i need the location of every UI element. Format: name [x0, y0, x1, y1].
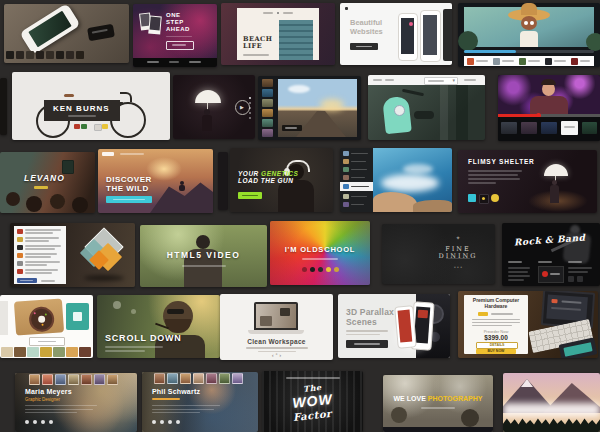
- template-thumbnail-rock-band[interactable]: Rock & Band: [502, 223, 600, 286]
- rating-badge: [478, 312, 488, 316]
- tile-title: SCROLL DOWN: [105, 333, 182, 343]
- bokeh: [113, 301, 121, 309]
- template-thumbnail-narrow-partial[interactable]: [218, 152, 228, 210]
- glass-cube-render: [76, 229, 130, 281]
- play-button: ▶: [235, 100, 250, 115]
- template-thumbnail-phil-schwartz[interactable]: Phil Schwartz: [142, 372, 258, 432]
- flag-icon: [94, 124, 102, 131]
- avatar: [68, 374, 79, 385]
- avatar: [206, 373, 217, 384]
- tile-title: BEACHLIFE: [243, 36, 272, 51]
- template-thumbnail-3d-parallax[interactable]: 3D ParallaxScenes: [338, 294, 450, 358]
- app-icon: [26, 51, 34, 59]
- social-icon: [33, 420, 37, 424]
- sunglasses: [167, 309, 184, 314]
- pink-dot: [409, 22, 413, 26]
- fog-band: [503, 403, 600, 417]
- template-thumbnail-video-channel[interactable]: [498, 75, 600, 141]
- tile-title: Beautiful Websites: [350, 19, 396, 36]
- social-icon: [152, 420, 156, 424]
- playlist-thumb: [493, 58, 500, 65]
- tile-title: FLIMSY SHELTER: [468, 158, 535, 165]
- figure-head: [196, 235, 210, 249]
- tile-title: KEN BURNS: [53, 104, 110, 113]
- hiker-silhouette-body: [179, 185, 185, 191]
- template-thumbnail-news-cube[interactable]: [10, 223, 135, 287]
- bokeh: [131, 309, 136, 314]
- man-body: [202, 115, 212, 131]
- template-thumbnail-edge-partial[interactable]: [0, 78, 7, 135]
- app-icon: [6, 51, 14, 59]
- template-thumbnail-road-carousel[interactable]: [258, 76, 361, 140]
- strip-thumb: [262, 119, 273, 127]
- tile-title: Clean Workspace: [220, 338, 333, 345]
- tablet-edge: [443, 9, 452, 61]
- template-thumbnail-html5-video[interactable]: HTML5 VIDEO: [140, 225, 267, 287]
- template-thumbnail-scooter-site[interactable]: ▾: [368, 75, 485, 140]
- template-thumbnail-fine-dining[interactable]: ✦ FINE DINING • • •: [382, 224, 495, 284]
- template-thumbnail-ken-burns[interactable]: KEN BURNS: [12, 72, 170, 140]
- template-thumbnail-flimsy-shelter[interactable]: FLIMSY SHELTER: [458, 150, 597, 213]
- playlist-thumb: [519, 58, 526, 65]
- template-thumbnail-iphone-app[interactable]: [4, 4, 129, 63]
- caption-chip: [282, 125, 302, 131]
- rocks: [413, 200, 452, 212]
- tile-title: HTML5 VIDEO: [140, 251, 267, 261]
- umbrella-canopy: [544, 164, 568, 176]
- video-mini-thumb: [538, 266, 564, 283]
- avatar: [180, 373, 191, 384]
- strip-thumb: [262, 99, 273, 107]
- template-thumbnail-im-oldschool[interactable]: I'M OLDSCHOOL: [270, 221, 370, 285]
- forest-band: [503, 417, 600, 432]
- product-title: Premium ComputerHardware: [464, 298, 528, 310]
- bicycle-seat: [64, 94, 74, 97]
- template-thumbnail-beautiful-websites[interactable]: Beautiful Websites: [340, 3, 452, 65]
- template-thumbnail-your-genetics[interactable]: YOUR GENETICS LOAD THE GUN: [230, 148, 333, 212]
- template-thumbnail-we-love-photography[interactable]: WE LOVE PHOTOGRAPHY: [383, 375, 493, 432]
- template-thumbnail-umbrella-video[interactable]: ▶: [173, 75, 255, 139]
- wall-frame: [62, 160, 74, 174]
- laptop-base: [248, 330, 304, 334]
- social-icon: [49, 420, 53, 424]
- template-thumbnail-wow-factor[interactable]: The WOW Factor: [262, 371, 363, 432]
- scooter-seat: [414, 111, 434, 119]
- cta-button-dark: [346, 340, 388, 348]
- template-gallery-grid: ONE STEP AHEAD BEACHLIFE Beautiful Websi…: [0, 0, 600, 432]
- template-thumbnail-premium-hardware[interactable]: Premium ComputerHardware Preorder Now $3…: [458, 291, 598, 358]
- app-icon: [36, 51, 44, 59]
- strip-thumb: [262, 109, 273, 117]
- news-list-panel: [14, 226, 66, 284]
- template-thumbnail-ocean-gallery[interactable]: [340, 148, 452, 212]
- template-thumbnail-scroll-down[interactable]: SCROLL DOWN: [97, 295, 220, 358]
- cartoon-character-face: [521, 16, 537, 30]
- template-thumbnail-levano[interactable]: LEVANO: [0, 152, 95, 213]
- template-thumbnail-maria-meyers[interactable]: Maria Meyers Graphic Designer: [15, 373, 137, 432]
- polaroid-photo: [148, 16, 162, 35]
- facebook-like-button: [17, 278, 37, 283]
- diner-silhouette: [6, 192, 20, 206]
- side-card: [0, 301, 8, 335]
- social-icon: [160, 420, 164, 424]
- buy-now-button: BUY NOW: [476, 349, 516, 354]
- playlist-thumb: [521, 122, 537, 134]
- template-thumbnail-discover-the-wild[interactable]: DISCOVERTHE WILD: [98, 149, 213, 213]
- donut: [28, 306, 55, 333]
- snow-cap: [521, 379, 533, 387]
- template-thumbnail-clean-workspace[interactable]: Clean Workspace ‹ ● ›: [220, 294, 333, 360]
- template-thumbnail-cartoon-video-player[interactable]: [458, 3, 600, 67]
- tile-title: LEVANO: [24, 174, 65, 184]
- template-thumbnail-one-step-ahead[interactable]: ONE STEP AHEAD: [133, 4, 217, 67]
- cta-button-cyan: [106, 196, 152, 203]
- template-thumbnail-beach-life[interactable]: BEACHLIFE: [221, 3, 335, 65]
- road-surface: [296, 111, 346, 137]
- tile-title: ONE STEP AHEAD: [166, 12, 200, 33]
- scooter-photo: [368, 85, 485, 140]
- member-name: Maria Meyers: [25, 388, 72, 396]
- carousel-pagination: ‹ ● ›: [220, 352, 333, 358]
- thumb-strip: [262, 79, 274, 137]
- iphone-screen: [28, 11, 71, 47]
- template-thumbnail-food-gallery[interactable]: [0, 295, 93, 358]
- template-thumbnail-mountain-landscape[interactable]: [503, 373, 600, 432]
- list-thumb: [343, 175, 349, 180]
- phone-mockup: [420, 10, 441, 62]
